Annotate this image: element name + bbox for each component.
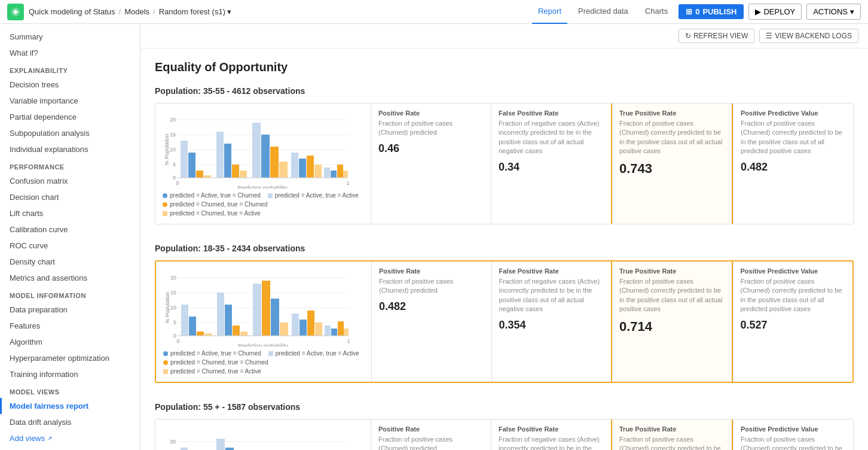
svg-rect-50 xyxy=(204,333,212,336)
breadcrumb-section[interactable]: Models xyxy=(124,7,149,16)
sidebar-item-data-drift[interactable]: Data drift analysis xyxy=(0,414,140,430)
svg-rect-56 xyxy=(262,281,270,336)
view-logs-button[interactable]: ☰ VIEW BACKEND LOGS xyxy=(759,29,858,43)
sidebar-item-variable-importance[interactable]: Variable importance xyxy=(0,93,140,109)
deploy-button[interactable]: ▶ DEPLOY xyxy=(748,4,802,20)
svg-rect-29 xyxy=(331,171,337,178)
svg-text:0: 0 xyxy=(173,333,176,339)
legend-item-3: predicted = Churned, true = Active xyxy=(163,210,261,217)
sidebar-item-calibration-curve[interactable]: Calibration curve xyxy=(0,221,140,238)
svg-text:20: 20 xyxy=(170,117,176,123)
svg-rect-60 xyxy=(299,320,307,336)
sidebar-section-model-views: MODEL VIEWS xyxy=(0,382,140,398)
svg-text:5: 5 xyxy=(173,320,176,326)
content-area: Equality of Opportunity Population: 35-5… xyxy=(140,48,868,450)
chart-legend-0: predicted = Active, true = Churned predi… xyxy=(163,192,363,217)
svg-text:Prediction probability: Prediction probability xyxy=(238,343,288,346)
svg-rect-26 xyxy=(307,156,314,178)
svg-rect-62 xyxy=(315,323,322,336)
main-content: ↻ REFRESH VIEW ☰ VIEW BACKEND LOGS Equal… xyxy=(140,24,868,450)
breadcrumb-model[interactable]: Random forest (s1) ▾ xyxy=(159,7,231,16)
sidebar-item-decision-chart[interactable]: Decision chart xyxy=(0,189,140,205)
sidebar-item-whatif[interactable]: What if? xyxy=(0,45,140,61)
sidebar-item-decision-trees[interactable]: Decision trees xyxy=(0,77,140,93)
svg-rect-19 xyxy=(240,171,247,178)
metric-fpr-0: False Positive Rate Fraction of negative… xyxy=(491,104,611,224)
breadcrumb: Quick modeling of Status / Models / Rand… xyxy=(29,7,231,16)
svg-text:5: 5 xyxy=(173,162,176,168)
svg-text:10: 10 xyxy=(170,147,176,153)
legend-item-2: predicted = Churned, true = Churned xyxy=(163,201,267,208)
svg-text:% Population: % Population xyxy=(164,133,170,165)
metric-fpr-1: False Positive Rate Fraction of negative… xyxy=(491,262,612,382)
svg-rect-51 xyxy=(217,293,224,336)
tab-report[interactable]: Report xyxy=(532,0,567,24)
sidebar-item-density-chart[interactable]: Density chart xyxy=(0,254,140,270)
svg-rect-14 xyxy=(196,171,203,178)
publish-icon: ⊞ xyxy=(686,7,692,16)
svg-rect-17 xyxy=(224,144,231,178)
svg-rect-30 xyxy=(337,165,343,178)
metric-ppv-0: Positive Predictive Value Fraction of po… xyxy=(733,104,853,224)
svg-text:1: 1 xyxy=(347,338,350,344)
sidebar-section-model-info: MODEL INFORMATION xyxy=(0,286,140,302)
tab-predicted-data[interactable]: Predicted data xyxy=(572,0,634,24)
sidebar-item-features[interactable]: Features xyxy=(0,318,140,334)
deploy-icon: ▶ xyxy=(755,7,761,16)
population-section-2: Population: 55 + - 1587 observations % P… xyxy=(155,402,854,450)
population-title-2: Population: 55 + - 1587 observations xyxy=(155,402,854,412)
chart-legend-1: predicted = Active, true = Churned predi… xyxy=(163,350,364,375)
actions-button[interactable]: ACTIONS ▾ xyxy=(806,4,861,20)
metric-value-ppv-0: 0.482 xyxy=(741,161,846,174)
sidebar-item-partial-dependence[interactable]: Partial dependence xyxy=(0,109,140,125)
sidebar-item-metrics[interactable]: Metrics and assertions xyxy=(0,270,140,286)
sidebar-item-individual-explanations[interactable]: Individual explanations xyxy=(0,141,140,157)
svg-rect-58 xyxy=(280,323,288,336)
svg-rect-61 xyxy=(307,311,314,336)
metric-ppv-1: Positive Predictive Value Fraction of po… xyxy=(733,262,853,382)
svg-rect-57 xyxy=(271,299,279,336)
svg-rect-63 xyxy=(325,326,331,336)
metric-fpr-2: False Positive Rate Fraction of negative… xyxy=(491,419,611,450)
sidebar-item-summary[interactable]: Summary xyxy=(0,29,140,45)
svg-rect-49 xyxy=(197,332,204,336)
publish-button[interactable]: ⊞ 0 PUBLISH xyxy=(678,4,744,19)
svg-text:15: 15 xyxy=(170,132,176,138)
svg-text:10: 10 xyxy=(170,305,176,311)
svg-rect-53 xyxy=(233,326,240,336)
logs-icon: ☰ xyxy=(766,32,772,40)
svg-rect-18 xyxy=(232,165,239,178)
svg-rect-23 xyxy=(279,162,288,178)
sidebar-link-add-views[interactable]: Add views ↗ xyxy=(0,430,140,446)
svg-rect-47 xyxy=(181,305,188,336)
sidebar-item-algorithm[interactable]: Algorithm xyxy=(0,334,140,350)
breadcrumb-project[interactable]: Quick modeling of Status xyxy=(29,7,115,16)
svg-rect-64 xyxy=(331,329,337,336)
sidebar-item-confusion-matrix[interactable]: Confusion matrix xyxy=(0,173,140,189)
svg-text:30: 30 xyxy=(170,439,176,445)
svg-rect-52 xyxy=(225,305,232,336)
sidebar-item-subpopulation-analysis[interactable]: Subpopulation analysis xyxy=(0,125,140,141)
sidebar-item-lift-charts[interactable]: Lift charts xyxy=(0,205,140,221)
metric-tpr-1: True Positive Rate Fraction of positive … xyxy=(611,262,733,382)
svg-rect-65 xyxy=(338,321,344,336)
external-link-icon: ↗ xyxy=(47,435,52,442)
svg-text:0: 0 xyxy=(176,338,179,344)
sidebar-item-training-info[interactable]: Training information xyxy=(0,366,140,382)
tab-charts[interactable]: Charts xyxy=(639,0,674,24)
sidebar-item-model-fairness[interactable]: Model fairness report xyxy=(0,398,140,414)
svg-rect-84 xyxy=(216,439,225,450)
chart-area-2: % Population 30 20 10 0 xyxy=(155,419,371,450)
sidebar-item-hyperparams[interactable]: Hyperparameter optimization xyxy=(0,350,140,366)
svg-text:0: 0 xyxy=(173,175,176,181)
svg-rect-20 xyxy=(252,123,261,178)
population-row-0: % Population 20 15 10 5 0 xyxy=(155,103,854,224)
population-row-1: % Population 20 15 10 5 0 xyxy=(155,260,854,383)
sidebar-item-data-prep[interactable]: Data preparation xyxy=(0,302,140,318)
metric-value-fpr-0: 0.34 xyxy=(499,161,604,174)
svg-text:Prediction probability: Prediction probability xyxy=(237,185,288,188)
metric-ppv-2: Positive Predictive Value Fraction of po… xyxy=(733,419,853,450)
sidebar-item-roc-curve[interactable]: ROC curve xyxy=(0,238,140,254)
svg-rect-85 xyxy=(225,448,234,450)
refresh-view-button[interactable]: ↻ REFRESH VIEW xyxy=(678,29,754,43)
